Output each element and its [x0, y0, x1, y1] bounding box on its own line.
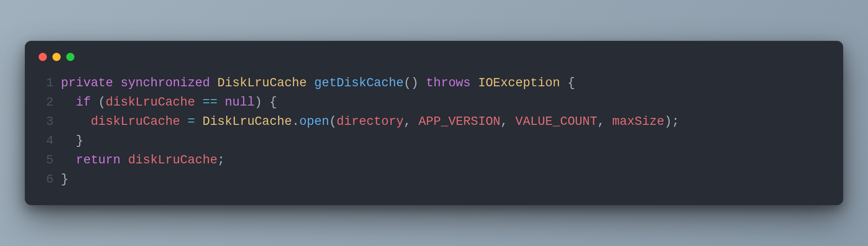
token-keyword: return	[76, 153, 120, 167]
line-number: 4	[39, 132, 53, 151]
token-plain	[210, 76, 217, 90]
stage: 1private synchronized DiskLruCache getDi…	[0, 0, 868, 246]
code-content: diskLruCache = DiskLruCache.open(directo…	[61, 112, 829, 132]
token-funccall: open	[299, 115, 329, 129]
token-plain	[262, 95, 269, 109]
token-punct: {	[567, 76, 575, 90]
code-content: }	[61, 170, 829, 190]
code-content: }	[61, 132, 829, 151]
token-punct: ,	[404, 115, 411, 129]
token-punct: {	[269, 95, 277, 109]
token-punct: ,	[597, 115, 605, 129]
token-punct: )	[664, 115, 672, 129]
token-plain	[91, 95, 98, 109]
line-number: 5	[39, 151, 53, 170]
token-plain	[471, 76, 478, 90]
indent	[61, 115, 91, 129]
line-number: 6	[39, 170, 53, 190]
token-type: DiskLruCache	[217, 76, 307, 90]
token-punct: ,	[501, 115, 508, 129]
token-keyword: null	[225, 95, 255, 109]
indent	[61, 95, 76, 109]
zoom-icon[interactable]	[66, 53, 74, 61]
token-ident: diskLruCache	[128, 153, 217, 167]
token-plain	[411, 115, 418, 129]
code-line: 1private synchronized DiskLruCache getDi…	[39, 74, 829, 93]
window-titlebar	[39, 53, 829, 61]
token-punct: ;	[672, 115, 679, 129]
token-plain	[307, 76, 314, 90]
token-punct: }	[61, 173, 69, 186]
minimize-icon[interactable]	[52, 53, 61, 61]
code-window: 1private synchronized DiskLruCache getDi…	[25, 41, 843, 205]
token-punct: ;	[217, 153, 225, 167]
token-funcdef: getDiskCache	[314, 76, 403, 90]
token-keyword: synchronized	[120, 76, 210, 90]
token-keyword: throws	[426, 76, 471, 90]
token-plain	[113, 76, 120, 90]
token-type: DiskLruCache	[202, 115, 291, 129]
code-line: 6}	[39, 170, 829, 190]
line-number: 3	[39, 112, 53, 132]
token-plain	[560, 76, 567, 90]
token-plain	[605, 115, 612, 129]
token-ident: diskLruCache	[91, 115, 180, 129]
indent	[61, 153, 76, 167]
token-const: VALUE_COUNT	[515, 115, 597, 129]
line-number: 2	[39, 93, 53, 112]
token-punct: )	[255, 95, 262, 109]
token-punct: .	[292, 115, 299, 129]
token-punct: (	[329, 115, 337, 129]
token-plain	[195, 115, 202, 129]
token-plain	[120, 153, 128, 167]
token-punct: ()	[404, 76, 418, 90]
token-ident: diskLruCache	[106, 95, 195, 109]
indent	[61, 134, 76, 148]
code-content: private synchronized DiskLruCache getDis…	[61, 74, 829, 93]
token-ident: maxSize	[612, 115, 664, 129]
token-keyword: private	[61, 76, 113, 90]
token-plain	[217, 95, 225, 109]
token-ident: directory	[337, 115, 404, 129]
token-op: =	[188, 115, 195, 129]
code-area: 1private synchronized DiskLruCache getDi…	[39, 74, 829, 189]
token-type: IOException	[478, 76, 560, 90]
token-op: ==	[202, 95, 217, 109]
token-plain	[180, 115, 188, 129]
token-punct: (	[98, 95, 106, 109]
code-line: 3 diskLruCache = DiskLruCache.open(direc…	[39, 112, 829, 132]
token-const: APP_VERSION	[418, 115, 500, 129]
token-plain	[418, 76, 426, 90]
token-plain	[195, 95, 202, 109]
code-content: return diskLruCache;	[61, 151, 829, 170]
code-line: 4 }	[39, 132, 829, 151]
line-number: 1	[39, 74, 53, 93]
code-content: if (diskLruCache == null) {	[61, 93, 829, 112]
close-icon[interactable]	[39, 53, 47, 61]
token-keyword: if	[76, 95, 91, 109]
code-line: 2 if (diskLruCache == null) {	[39, 93, 829, 112]
code-line: 5 return diskLruCache;	[39, 151, 829, 170]
token-plain	[508, 115, 515, 129]
token-punct: }	[76, 134, 83, 148]
